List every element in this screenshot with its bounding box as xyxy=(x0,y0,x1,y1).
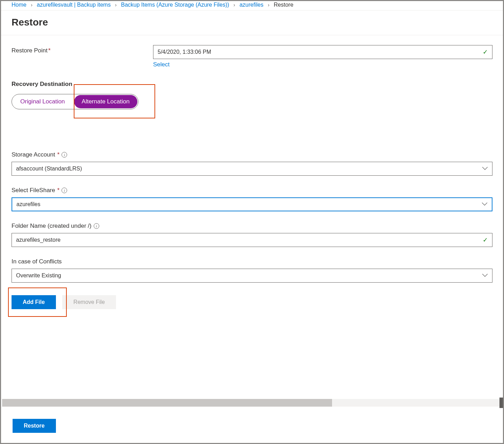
chevron-right-icon: › xyxy=(233,2,235,8)
chevron-right-icon: › xyxy=(268,2,269,8)
breadcrumb-home[interactable]: Home xyxy=(12,2,27,8)
select-fileshare-label: Select FileShare * i xyxy=(12,187,492,194)
info-icon[interactable]: i xyxy=(94,223,99,229)
conflicts-value: Overwrite Existing xyxy=(16,272,483,279)
breadcrumb-vault[interactable]: azurefilesvault | Backup items xyxy=(37,2,110,8)
restore-point-value: 5/4/2020, 1:33:06 PM xyxy=(158,49,483,55)
folder-name-value: azurefiles_restore xyxy=(16,237,483,243)
breadcrumb-azurefiles[interactable]: azurefiles xyxy=(239,2,263,8)
highlight-annotation xyxy=(74,84,155,118)
storage-account-value: afsaccount (StandardLRS) xyxy=(16,166,483,172)
chevron-down-icon xyxy=(483,166,488,171)
folder-name-input[interactable]: azurefiles_restore ✓ xyxy=(12,233,492,247)
chevron-right-icon: › xyxy=(115,2,117,8)
chevron-down-icon xyxy=(483,202,488,207)
chevron-right-icon: › xyxy=(31,2,33,8)
scroll-right-icon[interactable] xyxy=(499,398,503,408)
remove-file-button: Remove File xyxy=(62,295,116,309)
restore-point-input[interactable]: 5/4/2020, 1:33:06 PM ✓ xyxy=(153,45,492,59)
chevron-down-icon xyxy=(483,273,488,278)
restore-point-label: Restore Point* xyxy=(12,45,153,54)
footer: Restore xyxy=(2,410,502,442)
checkmark-icon: ✓ xyxy=(483,48,488,56)
checkmark-icon: ✓ xyxy=(483,236,488,244)
breadcrumb-backup-items[interactable]: Backup Items (Azure Storage (Azure Files… xyxy=(121,2,229,8)
horizontal-scrollbar[interactable] xyxy=(2,399,502,407)
storage-account-dropdown[interactable]: afsaccount (StandardLRS) xyxy=(12,162,492,176)
info-icon[interactable]: i xyxy=(62,188,67,193)
select-fileshare-value: azurefiles xyxy=(16,201,483,208)
restore-button[interactable]: Restore xyxy=(13,419,56,433)
scrollbar-thumb[interactable] xyxy=(2,399,332,407)
breadcrumb-current: Restore xyxy=(274,2,293,8)
folder-name-label: Folder Name (created under /) i xyxy=(12,223,492,230)
conflicts-dropdown[interactable]: Overwrite Existing xyxy=(12,269,492,283)
select-restore-point-link[interactable]: Select xyxy=(153,61,170,68)
conflicts-label: In case of Conflicts xyxy=(12,258,492,265)
select-fileshare-dropdown[interactable]: azurefiles xyxy=(12,197,492,211)
storage-account-label: Storage Account * i xyxy=(12,151,492,158)
info-icon[interactable]: i xyxy=(62,152,67,158)
breadcrumb: Home › azurefilesvault | Backup items › … xyxy=(1,1,503,10)
add-file-button[interactable]: Add File xyxy=(12,295,56,309)
page-title: Restore xyxy=(1,10,503,35)
pill-original-location[interactable]: Original Location xyxy=(12,94,73,109)
